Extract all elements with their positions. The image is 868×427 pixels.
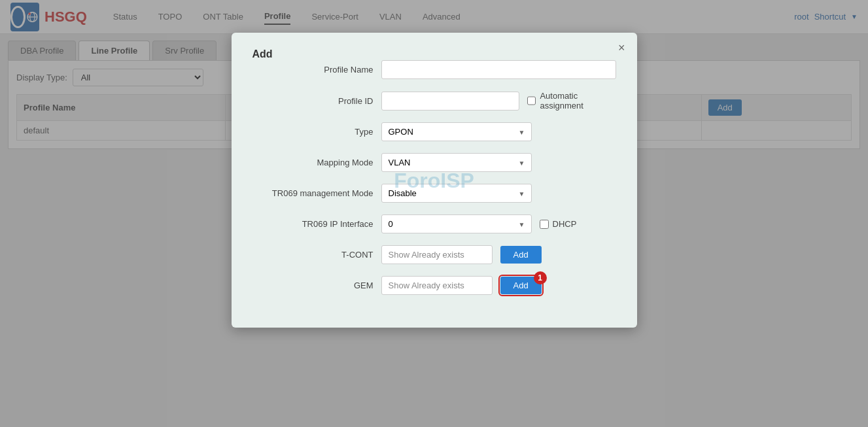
mapping-mode-select-wrapper: VLAN — [381, 153, 532, 172]
gem-row: GEM Add 1 — [252, 276, 616, 295]
modal-overlay: ForoISP Add × Profile Name Profile ID Au… — [0, 0, 868, 427]
profile-name-input[interactable] — [381, 60, 616, 79]
dhcp-label: DHCP — [540, 219, 577, 229]
gem-badge: 1 — [534, 271, 547, 284]
gem-label: GEM — [252, 281, 373, 290]
tr069-ip-label: TR069 IP Interface — [252, 219, 373, 229]
automatic-assignment-checkbox[interactable] — [527, 96, 536, 105]
tr069-mode-label: TR069 management Mode — [252, 188, 373, 198]
gem-show-field — [381, 276, 493, 295]
modal-title: Add — [252, 48, 273, 60]
dhcp-text: DHCP — [553, 219, 577, 229]
profile-id-label: Profile ID — [252, 96, 373, 106]
mapping-mode-label: Mapping Mode — [252, 158, 373, 167]
type-row: Type GPON — [252, 122, 616, 141]
profile-name-row: Profile Name — [252, 60, 616, 79]
add-modal: ForoISP Add × Profile Name Profile ID Au… — [232, 33, 637, 328]
automatic-assignment-text: Automatic assignment — [540, 91, 616, 111]
tr069-ip-select-wrapper: 0 — [381, 214, 532, 233]
tr069-mode-select-wrapper: Disable — [381, 184, 532, 203]
tr069-ip-select[interactable]: 0 — [381, 214, 532, 233]
tr069-mode-row: TR069 management Mode Disable — [252, 184, 616, 203]
tr069-mode-select[interactable]: Disable — [381, 184, 532, 203]
mapping-mode-row: Mapping Mode VLAN — [252, 153, 616, 172]
t-cont-show-field — [381, 245, 493, 264]
automatic-assignment-label: Automatic assignment — [527, 91, 616, 111]
type-select[interactable]: GPON — [381, 122, 532, 141]
gem-add-wrapper: Add 1 — [500, 277, 542, 294]
close-button[interactable]: × — [618, 42, 625, 54]
t-cont-label: T-CONT — [252, 250, 373, 260]
dhcp-checkbox[interactable] — [540, 220, 549, 229]
type-select-wrapper: GPON — [381, 122, 532, 141]
profile-id-row: Profile ID Automatic assignment — [252, 91, 616, 111]
profile-name-label: Profile Name — [252, 65, 373, 75]
mapping-mode-select[interactable]: VLAN — [381, 153, 532, 172]
type-label: Type — [252, 127, 373, 137]
tr069-ip-row: TR069 IP Interface 0 DHCP — [252, 214, 616, 233]
t-cont-add-button[interactable]: Add — [500, 246, 542, 264]
profile-id-input[interactable] — [381, 92, 520, 111]
t-cont-row: T-CONT Add — [252, 245, 616, 264]
